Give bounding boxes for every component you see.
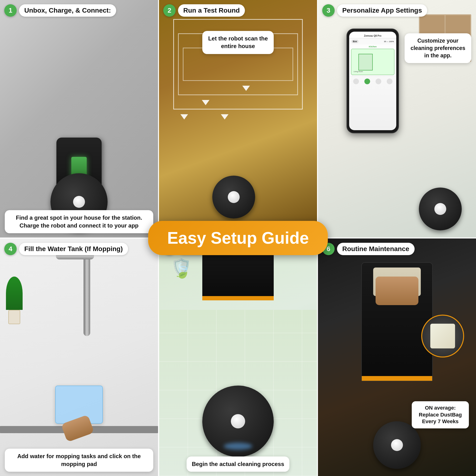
center-banner-text: Easy Setup Guide xyxy=(167,228,309,248)
app-icon-1[interactable] xyxy=(353,79,359,84)
robot-6 xyxy=(373,421,421,469)
step-2-number: 2 xyxy=(163,4,176,17)
step-5-cell: 5 Start Cleaning 🛡️ 🍃 Begin the actual c… xyxy=(159,238,317,476)
app-icon-2[interactable] xyxy=(364,79,370,84)
app-icon-4[interactable] xyxy=(387,79,392,84)
robot-center-btn-2 xyxy=(228,191,240,203)
robot-center-btn-6 xyxy=(391,439,403,451)
sink-bg xyxy=(0,238,158,476)
plant xyxy=(2,276,26,324)
eco-bar: Eco 35 — 100% xyxy=(349,38,396,45)
step-2-title: Run a Test Round xyxy=(178,4,245,17)
app-map: Living Room xyxy=(351,49,394,75)
step-6-title: Routine Maintenance xyxy=(337,243,415,255)
step-3-callout: Customize your cleaning preferences in t… xyxy=(405,33,471,63)
app-header: Zemvau Q8 Pro xyxy=(349,32,396,38)
living-room-label: Living Room xyxy=(354,71,363,72)
app-bottom-icons xyxy=(349,76,396,86)
app-icon-3[interactable] xyxy=(375,79,381,84)
step-6-badge: 6 Routine Maintenance xyxy=(322,243,415,255)
percentage: 35 — 100% xyxy=(384,40,394,43)
step-6-cell: 6 Routine Maintenance ON average: Replac… xyxy=(318,238,476,476)
scan-arrow-4 xyxy=(242,86,250,91)
step-3-cell: 3 Personalize App Settings Zemvau Q8 Pro… xyxy=(318,0,476,238)
maint-orange-stripe xyxy=(362,376,432,381)
robot-light xyxy=(224,443,252,450)
step-1-badge: 1 Unbox, Charge, & Connect: xyxy=(4,4,116,17)
step-5-callout: Begin the actual cleaning process xyxy=(187,457,289,472)
plant-leaves xyxy=(6,276,23,310)
map-room xyxy=(358,54,373,70)
step-2-cell: 2 Run a Test Round Let the robot scan th… xyxy=(159,0,317,238)
robot-2 xyxy=(212,176,255,219)
hands-maintenance xyxy=(375,276,418,305)
step-4-title: Fill the Water Tank (If Mopping) xyxy=(19,243,128,255)
scan-arrow-2 xyxy=(202,100,209,105)
step-2-badge: 2 Run a Test Round xyxy=(163,4,245,17)
step-4-cell: 4 Fill the Water Tank (If Mopping) Add w… xyxy=(0,238,158,476)
scan-arrow-1 xyxy=(180,114,188,119)
leaf-icon: 🍃 xyxy=(173,262,191,279)
center-banner: Easy Setup Guide xyxy=(148,221,328,255)
step-4-badge: 4 Fill the Water Tank (If Mopping) xyxy=(4,243,128,255)
step-4-callout: Add water for mopping tasks and click on… xyxy=(5,449,153,472)
faucet-vertical xyxy=(84,253,90,336)
step-4-number: 4 xyxy=(4,243,17,255)
room-label: Kitchen xyxy=(349,45,396,49)
robot-center-btn-3 xyxy=(434,203,446,215)
scan-arrow-3 xyxy=(221,114,228,119)
station-orange-5 xyxy=(202,296,274,300)
eco-label: Eco xyxy=(352,40,358,43)
step-2-callout: Let the robot scan the entire house xyxy=(202,31,274,54)
dustbag-inner xyxy=(421,315,464,357)
step-3-title: Personalize App Settings xyxy=(337,4,427,17)
step-3-number: 3 xyxy=(322,4,335,17)
robot-center-btn-1 xyxy=(73,196,85,208)
step-1-title: Unbox, Charge, & Connect: xyxy=(19,4,116,17)
step-6-callout: ON average: Replace DustBag Every 7 Week… xyxy=(412,401,469,428)
plant-pot xyxy=(8,310,20,324)
step-1-cell: 1 Unbox, Charge, & Connect: Find a great… xyxy=(0,0,158,238)
robot-5 xyxy=(202,386,274,457)
step-1-number: 1 xyxy=(4,4,17,17)
phone-mockup: Zemvau Q8 Pro Eco 35 — 100% Kitchen Livi… xyxy=(346,29,399,133)
step-1-callout: Find a great spot in your house for the … xyxy=(5,210,153,233)
robot-3 xyxy=(419,187,462,230)
phone-screen: Zemvau Q8 Pro Eco 35 — 100% Kitchen Livi… xyxy=(349,32,396,130)
step-3-badge: 3 Personalize App Settings xyxy=(322,4,427,17)
robot-center-btn-5 xyxy=(231,414,245,428)
